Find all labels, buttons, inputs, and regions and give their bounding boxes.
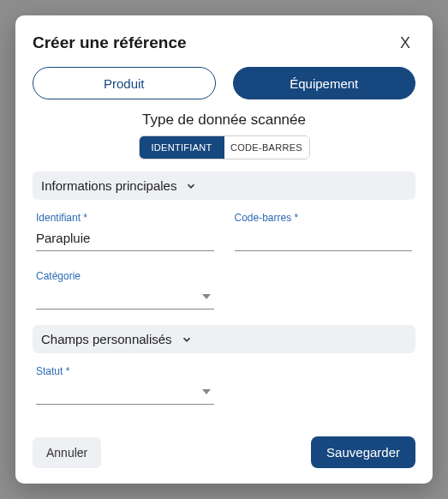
chevron-down-icon bbox=[181, 334, 193, 346]
category-select[interactable] bbox=[36, 286, 214, 310]
reference-type-toggle: Produit Équipement bbox=[33, 67, 415, 99]
product-label: Produit bbox=[104, 76, 145, 91]
modal-header: Créer une référence X bbox=[33, 33, 415, 53]
close-button[interactable]: X bbox=[395, 33, 415, 53]
status-label: Statut * bbox=[36, 365, 214, 377]
category-field: Catégorie bbox=[36, 270, 214, 310]
status-select[interactable] bbox=[36, 381, 214, 405]
product-toggle[interactable]: Produit bbox=[33, 67, 216, 99]
identifier-label: Identifiant * bbox=[36, 212, 214, 224]
modal-title: Créer une référence bbox=[33, 33, 187, 52]
barcode-field: Code-barres * bbox=[235, 212, 413, 251]
equipment-toggle[interactable]: Équipement bbox=[233, 67, 416, 99]
section-custom-fields[interactable]: Champs personnalisés bbox=[33, 325, 415, 353]
category-label: Catégorie bbox=[36, 270, 214, 282]
spacer bbox=[235, 365, 413, 405]
section-custom-fields-label: Champs personnalisés bbox=[41, 332, 172, 346]
section-main-info-label: Informations principales bbox=[41, 178, 176, 193]
scanned-type-label: Type de donnée scannée bbox=[33, 111, 415, 129]
equipment-label: Équipement bbox=[290, 76, 358, 91]
identifier-field: Identifiant * bbox=[36, 212, 214, 251]
cancel-button[interactable]: Annuler bbox=[33, 437, 101, 468]
status-field: Statut * bbox=[36, 365, 214, 405]
barcode-label: Code-barres * bbox=[235, 212, 413, 224]
scanned-type-segmented: IDENTIFIANT CODE-BARRES bbox=[139, 135, 310, 159]
barcode-input[interactable] bbox=[235, 227, 413, 251]
segment-identifier[interactable]: IDENTIFIANT bbox=[140, 136, 224, 159]
segment-barcode[interactable]: CODE-BARRES bbox=[224, 136, 309, 159]
modal-footer: Annuler Sauvegarder bbox=[33, 436, 415, 468]
identifier-input[interactable] bbox=[36, 227, 214, 251]
section-main-info[interactable]: Informations principales bbox=[33, 171, 415, 200]
spacer bbox=[235, 270, 413, 310]
create-reference-modal: Créer une référence X Produit Équipement… bbox=[15, 15, 433, 484]
category-row: Catégorie bbox=[36, 270, 412, 310]
close-icon: X bbox=[400, 34, 410, 52]
save-button[interactable]: Sauvegarder bbox=[311, 436, 415, 468]
main-info-fields: Identifiant * Code-barres * bbox=[36, 212, 412, 251]
chevron-down-icon bbox=[185, 180, 197, 192]
custom-fields-row: Statut * bbox=[36, 365, 412, 405]
